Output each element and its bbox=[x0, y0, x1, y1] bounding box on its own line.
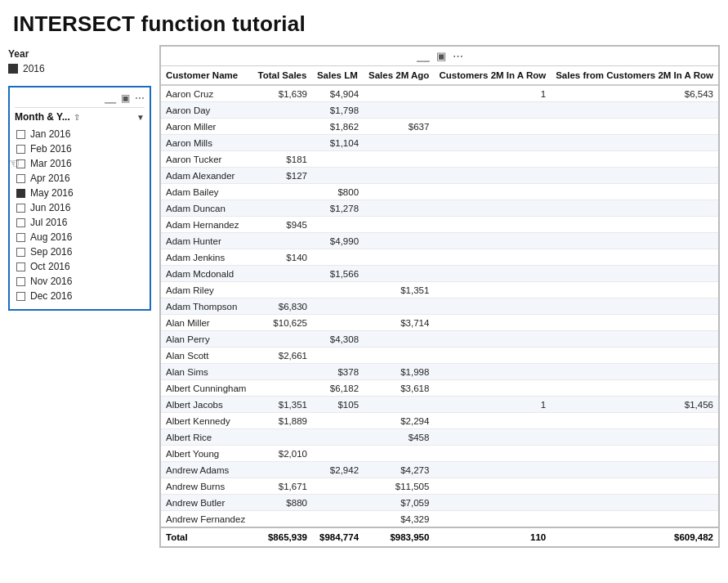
month-item[interactable]: Feb 2016 bbox=[15, 142, 145, 155]
month-label: Jan 2016 bbox=[30, 128, 70, 140]
month-checkbox[interactable] bbox=[16, 262, 25, 271]
month-checkbox[interactable] bbox=[16, 248, 25, 257]
table-cell bbox=[551, 331, 718, 348]
table-scroll-area[interactable]: Customer NameTotal SalesSales LMSales 2M… bbox=[161, 66, 718, 546]
month-checkbox[interactable] bbox=[16, 189, 25, 198]
table-cell: 1 bbox=[434, 397, 551, 413]
table-cell bbox=[551, 184, 718, 200]
month-item[interactable]: Jan 2016 bbox=[15, 128, 145, 141]
menu-icon[interactable]: ⎯⎯ bbox=[105, 92, 116, 104]
table-cell: Adam Alexander bbox=[161, 168, 253, 184]
expand-icon[interactable]: ▣ bbox=[121, 92, 130, 104]
table-row: Adam Jenkins$140 bbox=[161, 249, 718, 266]
table-cell: $10,625 bbox=[253, 315, 312, 331]
table-cell bbox=[312, 413, 364, 429]
table-cell bbox=[253, 266, 312, 282]
table-row: Andrew Adams$2,942$4,273 bbox=[161, 462, 718, 478]
table-cell bbox=[253, 511, 312, 528]
table-cell bbox=[551, 217, 718, 233]
table-row: Albert Cunningham$6,182$3,618 bbox=[161, 380, 718, 397]
table-cell bbox=[434, 266, 551, 282]
table-cell: $1,104 bbox=[312, 135, 364, 151]
table-cell: $11,505 bbox=[364, 478, 434, 495]
table-cell bbox=[434, 478, 551, 495]
table-cell bbox=[551, 429, 718, 446]
table-cell bbox=[434, 331, 551, 348]
table-cell: Aaron Day bbox=[161, 102, 253, 119]
table-cell bbox=[551, 298, 718, 315]
month-item[interactable]: Jun 2016 bbox=[15, 201, 145, 214]
dropdown-arrow-icon[interactable]: ▼ bbox=[136, 113, 145, 122]
table-cell bbox=[364, 397, 434, 413]
table-cell: $4,273 bbox=[364, 462, 434, 478]
month-checkbox[interactable] bbox=[16, 159, 25, 168]
month-checkbox[interactable] bbox=[16, 218, 25, 227]
more-icon[interactable]: ⋯ bbox=[135, 92, 145, 104]
month-list: Jan 2016Feb 2016Mar 2016Apr 2016May 2016… bbox=[15, 128, 145, 303]
table-cell bbox=[253, 119, 312, 135]
month-item[interactable]: Nov 2016 bbox=[15, 275, 145, 288]
month-item[interactable]: Aug 2016 bbox=[15, 231, 145, 244]
table-cell: $3,714 bbox=[364, 315, 434, 331]
month-item[interactable]: Apr 2016 bbox=[15, 172, 145, 185]
table-cell: Aaron Miller bbox=[161, 119, 253, 135]
table-cell bbox=[312, 151, 364, 168]
month-label: Feb 2016 bbox=[30, 143, 72, 155]
month-item[interactable]: Jul 2016 bbox=[15, 216, 145, 229]
table-cell bbox=[434, 298, 551, 315]
month-checkbox[interactable] bbox=[16, 130, 25, 139]
table-cell bbox=[364, 446, 434, 462]
footer-cell: $865,939 bbox=[253, 527, 312, 546]
month-checkbox[interactable] bbox=[16, 292, 25, 301]
toolbar-lines-icon[interactable]: ⎯⎯ bbox=[417, 50, 430, 62]
table-cell bbox=[434, 462, 551, 478]
month-label: Apr 2016 bbox=[30, 173, 70, 184]
table-cell: $1,862 bbox=[312, 119, 364, 135]
table-cell: $1,456 bbox=[551, 397, 718, 413]
footer-cell: $984,774 bbox=[312, 527, 364, 546]
table-cell: Alan Scott bbox=[161, 348, 253, 364]
footer-cell: Total bbox=[161, 527, 253, 546]
table-cell bbox=[253, 331, 312, 348]
table-row: Aaron Tucker$181 bbox=[161, 151, 718, 168]
toolbar-more-icon[interactable]: ⋯ bbox=[453, 50, 463, 62]
table-cell bbox=[434, 217, 551, 233]
year-checkbox[interactable] bbox=[8, 64, 18, 74]
table-cell bbox=[364, 168, 434, 184]
page-title: INTERSECT function tutorial bbox=[0, 0, 728, 45]
col-header-3: Sales 2M Ago bbox=[364, 66, 434, 85]
left-panel: Year 2016 ⎯⎯ ▣ ⋯ Month & Y... ⇧ ▼ Jan 20… bbox=[8, 45, 151, 548]
month-label: Sep 2016 bbox=[30, 246, 72, 258]
col-header-5: Sales from Customers 2M In A Row bbox=[551, 66, 718, 85]
table-cell bbox=[551, 282, 718, 298]
table-row: Andrew Burns$1,671$11,505 bbox=[161, 478, 718, 495]
month-checkbox[interactable] bbox=[16, 277, 25, 286]
table-cell: $181 bbox=[253, 151, 312, 168]
table-cell bbox=[312, 315, 364, 331]
toolbar-expand-icon[interactable]: ▣ bbox=[436, 50, 446, 62]
month-item[interactable]: Mar 2016 bbox=[15, 157, 145, 170]
month-item[interactable]: May 2016 bbox=[15, 186, 145, 200]
month-checkbox[interactable] bbox=[16, 233, 25, 242]
table-row: Alan Perry$4,308 bbox=[161, 331, 718, 348]
table-row: Aaron Cruz$1,639$4,9041$6,543 bbox=[161, 85, 718, 102]
table-cell: Albert Cunningham bbox=[161, 380, 253, 397]
sort-icon[interactable]: ⇧ bbox=[74, 113, 80, 122]
table-cell bbox=[434, 446, 551, 462]
month-item[interactable]: Sep 2016 bbox=[15, 245, 145, 258]
table-cell bbox=[364, 151, 434, 168]
month-checkbox[interactable] bbox=[16, 174, 25, 183]
year-value: 2016 bbox=[23, 63, 45, 74]
table-cell bbox=[551, 511, 718, 528]
table-cell bbox=[253, 184, 312, 200]
month-checkbox[interactable] bbox=[16, 204, 25, 213]
table-cell bbox=[253, 135, 312, 151]
month-checkbox[interactable] bbox=[16, 145, 25, 154]
month-item[interactable]: Dec 2016 bbox=[15, 289, 145, 303]
table-cell: $7,059 bbox=[364, 495, 434, 511]
month-item[interactable]: Oct 2016 bbox=[15, 260, 145, 273]
table-cell bbox=[253, 233, 312, 249]
table-cell bbox=[434, 135, 551, 151]
table-cell: $1,639 bbox=[253, 85, 312, 102]
table-cell bbox=[312, 478, 364, 495]
